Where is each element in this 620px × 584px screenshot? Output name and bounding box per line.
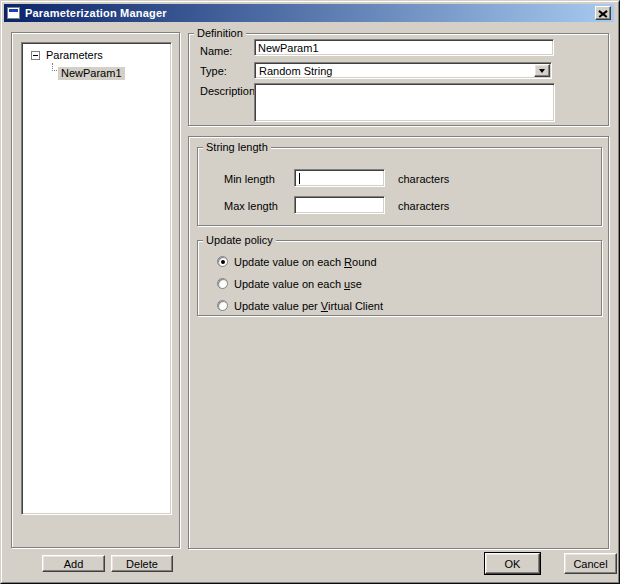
ok-button[interactable]: OK [485,553,540,574]
radio-button-icon [217,278,228,289]
radio-button-icon [217,256,228,267]
minus-icon[interactable] [31,51,40,60]
radio-update-each-round[interactable]: Update value on each Round [217,255,377,268]
description-input[interactable] [254,83,555,122]
radio-update-per-virtual-client[interactable]: Update value per Virtual Client [217,299,383,312]
description-label: Description [200,85,255,98]
parameter-tree-panel: Parameters NewParam1 Add Delete [11,32,180,548]
update-policy-group-label: Update policy [203,234,276,246]
text-caret [299,173,300,184]
settings-panel: String length Min length characters Max … [188,136,609,549]
dialog-window: Parameterization Manager Parameters NewP… [0,0,620,584]
window-title: Parameterization Manager [25,7,167,19]
close-icon [599,10,607,17]
dropdown-arrow-button[interactable] [534,64,550,77]
chevron-down-icon [539,69,545,73]
update-policy-group: Update policy Update value on each Round… [197,240,602,316]
min-length-label: Min length [224,173,275,186]
cancel-button[interactable]: Cancel [564,553,617,574]
tree-root-parameters[interactable]: Parameters [46,49,103,62]
name-input[interactable] [254,39,554,56]
parameter-tree[interactable]: Parameters NewParam1 [21,42,172,515]
min-characters-label: characters [398,173,449,186]
definition-group: Definition Name: Type: Random String Des… [188,33,609,126]
tree-connector [52,63,57,71]
type-dropdown[interactable]: Random String [254,62,552,79]
type-selected-value: Random String [259,65,332,77]
delete-button[interactable]: Delete [111,555,173,572]
title-bar[interactable]: Parameterization Manager [4,4,614,22]
name-label: Name: [200,45,232,58]
window-icon [7,7,20,19]
max-length-label: Max length [224,200,278,213]
type-label: Type: [200,65,227,78]
tree-item-newparam1[interactable]: NewParam1 [58,67,125,80]
max-characters-label: characters [398,200,449,213]
add-button[interactable]: Add [42,555,105,572]
ok-button-default-border: OK [484,552,541,575]
radio-update-each-use[interactable]: Update value on each use [217,277,362,290]
close-button[interactable] [595,6,611,20]
radio-button-icon [217,300,228,311]
definition-group-label: Definition [194,27,246,39]
min-length-input[interactable] [294,169,385,187]
string-length-group: String length Min length characters Max … [197,147,602,226]
max-length-input[interactable] [294,196,385,214]
string-length-group-label: String length [203,141,271,153]
